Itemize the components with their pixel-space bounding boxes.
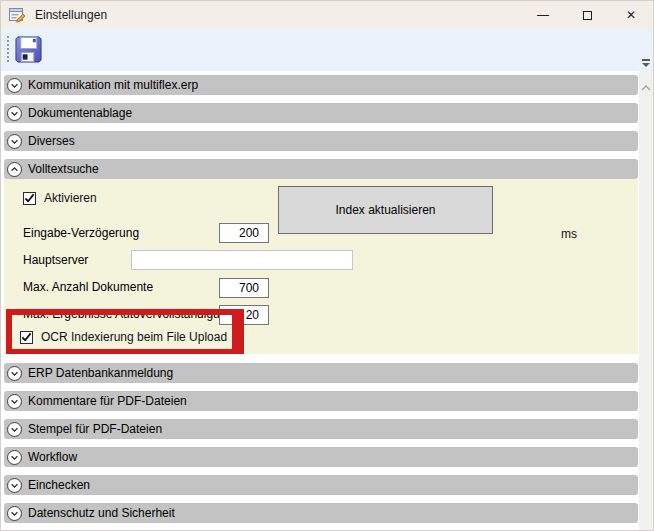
volltextsuche-panel: Aktivieren Index aktualisieren Eingabe-V…	[4, 179, 638, 354]
toolbar-grip-handle[interactable]	[7, 36, 9, 64]
section-header-erp-datenbankanmeldung[interactable]: ERP Datenbankanmeldung	[4, 363, 638, 383]
section-header-stempel-pdf[interactable]: Stempel für PDF-Dateien	[4, 419, 638, 439]
scroll-up-icon[interactable]	[641, 80, 651, 94]
chevron-down-icon	[7, 78, 22, 93]
save-button[interactable]	[13, 35, 43, 65]
section-header-einchecken[interactable]: Einchecken	[4, 475, 638, 495]
window-title: Einstellungen	[35, 8, 107, 22]
section-header-kommentare-pdf[interactable]: Kommentare für PDF-Dateien	[4, 391, 638, 411]
ocr-indexierung-label: OCR Indexierung beim File Upload	[41, 330, 227, 344]
einstellungen-window: Einstellungen — ✕	[0, 0, 654, 531]
section-label: Dokumentenablage	[28, 106, 132, 120]
ocr-indexierung-checkbox[interactable]: OCR Indexierung beim File Upload	[20, 330, 227, 344]
checkbox-checked-icon	[23, 192, 36, 205]
chevron-down-icon	[7, 106, 22, 121]
settings-form-icon	[9, 7, 26, 23]
section-header-diverses[interactable]: Diverses	[4, 131, 638, 151]
section-header-kommunikation[interactable]: Kommunikation mit multiflex.erp	[4, 75, 638, 95]
floppy-disk-icon	[15, 51, 42, 66]
aktivieren-label: Aktivieren	[44, 191, 97, 205]
max-ergebnisse-label: Max. Ergebnisse Autovervollständigu	[23, 307, 220, 321]
checkbox-checked-icon	[20, 331, 33, 344]
section-header-volltextsuche[interactable]: Volltextsuche	[4, 159, 638, 179]
max-anzahl-dokumente-input[interactable]	[219, 278, 269, 298]
close-button[interactable]: ✕	[609, 1, 653, 29]
hauptserver-label: Hauptserver	[23, 253, 88, 267]
max-ergebnisse-input[interactable]	[219, 305, 269, 325]
maximize-button[interactable]	[565, 1, 609, 29]
section-header-datenschutz[interactable]: Datenschutz und Sicherheit	[4, 503, 638, 523]
section-label: Datenschutz und Sicherheit	[28, 506, 175, 520]
minimize-button[interactable]: —	[521, 1, 565, 29]
eingabe-verzoegerung-label: Eingabe-Verzögerung	[23, 226, 139, 240]
hauptserver-input[interactable]	[131, 250, 353, 270]
max-anzahl-dokumente-label: Max. Anzahl Dokumente	[23, 280, 153, 294]
chevron-down-icon	[7, 478, 22, 493]
section-label: Volltextsuche	[28, 162, 99, 176]
chevron-down-icon	[7, 134, 22, 149]
section-header-dokumentenablage[interactable]: Dokumentenablage	[4, 103, 638, 123]
chevron-down-icon	[7, 506, 22, 521]
vertical-scrollbar[interactable]	[639, 71, 653, 530]
chevron-down-icon	[7, 366, 22, 381]
aktivieren-checkbox[interactable]: Aktivieren	[23, 191, 97, 205]
window-controls: — ✕	[521, 1, 653, 29]
chevron-down-icon	[7, 422, 22, 437]
section-label: Diverses	[28, 134, 75, 148]
section-label: ERP Datenbankanmeldung	[28, 366, 173, 380]
eingabe-verzoegerung-input[interactable]	[219, 223, 269, 243]
toolbar	[1, 29, 653, 71]
section-label: Stempel für PDF-Dateien	[28, 422, 162, 436]
chevron-down-icon	[7, 450, 22, 465]
maximize-icon	[583, 11, 592, 20]
section-header-workflow[interactable]: Workflow	[4, 447, 638, 467]
section-label: Kommentare für PDF-Dateien	[28, 394, 187, 408]
chevron-up-icon	[7, 162, 22, 177]
section-label: Kommunikation mit multiflex.erp	[28, 78, 198, 92]
section-label: Workflow	[28, 450, 77, 464]
ms-unit-label: ms	[561, 227, 577, 241]
toolbar-overflow-icon[interactable]	[641, 59, 651, 67]
index-aktualisieren-button[interactable]: Index aktualisieren	[278, 186, 493, 234]
section-label: Einchecken	[28, 478, 90, 492]
chevron-down-icon	[7, 394, 22, 409]
titlebar: Einstellungen — ✕	[1, 1, 653, 29]
